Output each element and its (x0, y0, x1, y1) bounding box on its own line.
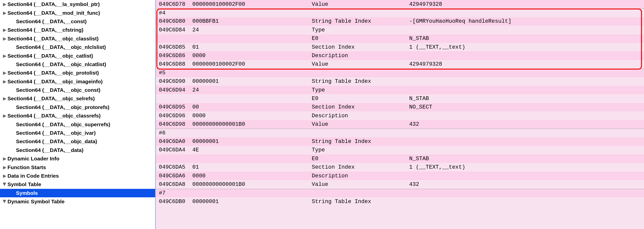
symbol-group-header[interactable]: #4 (156, 8, 644, 17)
offset-cell: 049C6D78 (156, 1, 192, 7)
disclosure-triangle-icon[interactable]: ▶ (2, 1, 7, 7)
offset-cell: 049C6D80 (156, 18, 192, 24)
tree-row[interactable]: ▶Symbol Table (0, 180, 155, 189)
tree-row[interactable]: Section64 (__DATA,__objc_nlcatlist) (0, 60, 155, 69)
tree-item-label: Section64 (__DATA,__mod_init_func) (8, 10, 100, 16)
detail-pane[interactable]: 049C6D780000000100002F00Value4294979328#… (156, 0, 644, 229)
field-cell: Section Index (312, 164, 409, 170)
raw-cell: 00000000000001B0 (192, 121, 312, 127)
field-cell: Section Index (312, 104, 409, 110)
raw-cell: 0000000100002F00 (192, 1, 312, 7)
tree-row[interactable]: Section64 (__DATA,__data) (0, 146, 155, 154)
offset-cell: 049C6DA8 (156, 181, 192, 188)
table-row[interactable]: 049C6D780000000100002F00Value4294979328 (156, 0, 644, 8)
value-cell: N_STAB (409, 35, 644, 42)
table-row[interactable]: 049C6DA800000000000001B0Value432 (156, 180, 644, 189)
table-row[interactable]: 049C6D8424Type (156, 26, 644, 34)
tree-item-label: Section64 (__DATA,__la_symbol_ptr) (8, 1, 100, 7)
tree-row[interactable]: Section64 (__DATA,__objc_const) (0, 86, 155, 94)
offset-cell: 049C6D98 (156, 121, 192, 127)
offset-cell: 049C6DA0 (156, 138, 192, 145)
symbol-group-header[interactable]: #5 (156, 69, 644, 77)
field-cell: Value (312, 121, 409, 127)
table-row[interactable]: 049C6D9000000001String Table Index (156, 77, 644, 86)
tree-row[interactable]: ▶Section64 (__DATA,__objc_selrefs) (0, 94, 155, 103)
tree-row[interactable]: Section64 (__DATA,__objc_data) (0, 137, 155, 146)
disclosure-triangle-icon[interactable]: ▶ (2, 96, 7, 101)
raw-cell: 0000 (192, 113, 312, 119)
table-row[interactable]: 049C6DA000000001String Table Index (156, 137, 644, 146)
table-row[interactable]: 049C6DA44EType (156, 146, 644, 154)
table-row[interactable]: 049C6DA501Section Index1 (__TEXT,__text) (156, 163, 644, 171)
table-row[interactable]: 049C6D8501Section Index1 (__TEXT,__text) (156, 43, 644, 51)
disclosure-triangle-icon[interactable]: ▶ (2, 165, 7, 170)
group-label: #7 (156, 190, 165, 196)
raw-cell: 0000 (192, 53, 312, 59)
tree-item-label: Section64 (__DATA,__const) (16, 18, 87, 24)
tree-row[interactable]: ▶Section64 (__DATA,__objc_imageinfo) (0, 77, 155, 86)
table-row[interactable]: E0N_STAB (156, 154, 644, 163)
disclosure-triangle-icon[interactable]: ▶ (2, 156, 7, 161)
tree-row[interactable]: ▶Section64 (__DATA,__cfstring) (0, 26, 155, 34)
offset-cell: 049C6D94 (156, 87, 192, 93)
table-row[interactable]: 049C6D880000000100002F00Value4294979328 (156, 60, 644, 69)
tree-row[interactable]: Section64 (__DATA,__objc_protorefs) (0, 103, 155, 112)
tree-row[interactable]: Section64 (__DATA,__objc_ivar) (0, 129, 155, 137)
field-cell: Description (312, 113, 409, 119)
tree-row[interactable]: ▶Section64 (__DATA,__la_symbol_ptr) (0, 0, 155, 8)
tree-row[interactable]: Section64 (__DATA,__objc_superrefs) (0, 120, 155, 128)
table-row[interactable]: E0N_STAB (156, 94, 644, 103)
table-row[interactable]: 049C6D9500Section IndexNO_SECT (156, 103, 644, 112)
disclosure-triangle-icon[interactable]: ▶ (2, 70, 7, 76)
field-cell: String Table Index (312, 138, 409, 145)
raw-cell: 000BBFB1 (192, 18, 312, 24)
table-row[interactable]: 049C6D9424Type (156, 86, 644, 94)
tree-row[interactable]: ▶Dynamic Symbol Table (0, 197, 155, 206)
tree-item-label: Section64 (__DATA,__objc_nlclslist) (16, 44, 106, 50)
disclosure-triangle-icon[interactable]: ▶ (2, 182, 8, 187)
disclosure-triangle-icon[interactable]: ▶ (2, 173, 7, 179)
raw-cell: 24 (192, 27, 312, 33)
tree-row[interactable]: ▶Section64 (__DATA,__objc_protolist) (0, 69, 155, 77)
table-row[interactable]: 049C6DB000000001String Table Index (156, 197, 644, 206)
offset-cell: 049C6D86 (156, 53, 192, 59)
disclosure-triangle-icon[interactable]: ▶ (2, 36, 7, 41)
tree-row[interactable]: ▶Section64 (__DATA,__objc_catlist) (0, 51, 155, 60)
tree-row[interactable]: Section64 (__DATA,__objc_nlclslist) (0, 43, 155, 51)
value-cell: NO_SECT (409, 104, 644, 110)
table-row[interactable]: 049C6DA60000Description (156, 172, 644, 180)
value-cell: 4294979328 (409, 1, 644, 7)
disclosure-triangle-icon[interactable]: ▶ (2, 10, 7, 16)
symbol-group-header[interactable]: #7 (156, 189, 644, 197)
tree-row[interactable]: ▶Section64 (__DATA,__mod_init_func) (0, 8, 155, 17)
table-row[interactable]: 049C6D960000Description (156, 112, 644, 120)
table-row[interactable]: E0N_STAB (156, 34, 644, 43)
disclosure-triangle-icon[interactable]: ▶ (2, 79, 7, 84)
tree-row[interactable]: ▶Data in Code Entries (0, 172, 155, 180)
table-row[interactable]: 049C6D860000Description (156, 51, 644, 60)
field-cell: Type (312, 147, 409, 153)
tree-row[interactable]: ▶Section64 (__DATA,__objc_classrefs) (0, 112, 155, 120)
offset-cell: 049C6D95 (156, 104, 192, 110)
disclosure-triangle-icon[interactable]: ▶ (2, 113, 7, 118)
disclosure-triangle-icon[interactable]: ▶ (2, 53, 7, 59)
table-row[interactable]: 049C6D9800000000000001B0Value432 (156, 120, 644, 128)
disclosure-triangle-icon[interactable]: ▶ (2, 199, 8, 204)
group-label: #6 (156, 130, 165, 136)
tree-row[interactable]: ▶Dynamic Loader Info (0, 154, 155, 163)
tree-row[interactable]: ▶Function Starts (0, 163, 155, 171)
outline-tree[interactable]: ▶Section64 (__DATA,__la_symbol_ptr)▶Sect… (0, 0, 156, 229)
tree-row[interactable]: Section64 (__DATA,__const) (0, 17, 155, 26)
table-row[interactable]: 049C6D80000BBFB1String Table Index-[GMRY… (156, 17, 644, 26)
tree-item-label: Section64 (__DATA,__objc_data) (16, 138, 97, 144)
raw-cell: 0000000100002F00 (192, 61, 312, 67)
raw-cell: 00000001 (192, 199, 312, 205)
offset-cell: 049C6DA4 (156, 147, 192, 153)
tree-item-label: Section64 (__DATA,__objc_classlist) (8, 36, 99, 42)
disclosure-triangle-icon[interactable]: ▶ (2, 27, 7, 33)
symbol-group-header[interactable]: #6 (156, 129, 644, 137)
raw-cell: 01 (192, 44, 312, 50)
tree-row[interactable]: ▶Section64 (__DATA,__objc_classlist) (0, 34, 155, 43)
group-label: #4 (156, 10, 165, 16)
tree-row[interactable]: Symbols (0, 189, 155, 197)
